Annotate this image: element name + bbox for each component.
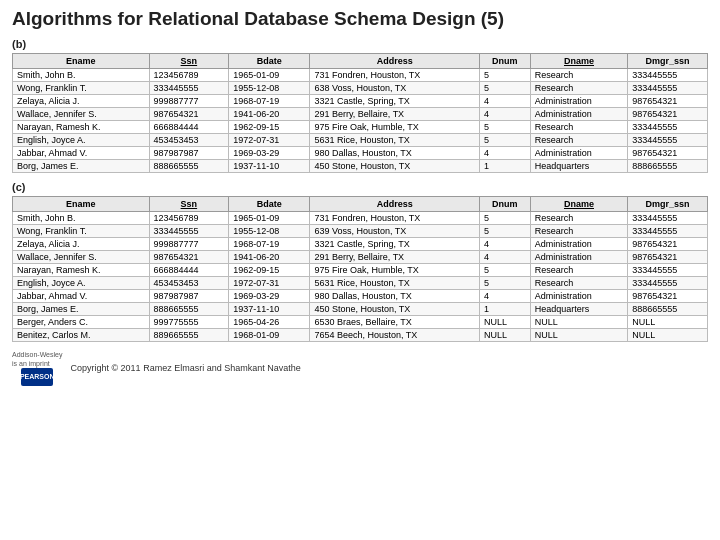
table-cell: Narayan, Ramesh K. [13,264,150,277]
table-cell: 1965-04-26 [229,316,310,329]
table-cell: 999887777 [149,95,229,108]
table-cell: Administration [530,290,627,303]
table-cell: Administration [530,108,627,121]
table-cell: 987654321 [149,251,229,264]
table-cell: 999775555 [149,316,229,329]
column-header: Dmgr_ssn [628,54,708,69]
table-c: EnameSsnBdateAddressDnumDnameDmgr_ssn Sm… [12,196,708,342]
addison-text: Addison-Wesley is an imprint [12,350,62,368]
table-cell: Administration [530,238,627,251]
table-cell: 5 [479,134,530,147]
table-cell: 987654321 [628,290,708,303]
section-c: (c) EnameSsnBdateAddressDnumDnameDmgr_ss… [12,181,708,342]
table-cell: 987654321 [628,251,708,264]
section-b-label: (b) [12,38,708,50]
table-cell: Research [530,225,627,238]
table-cell: NULL [479,316,530,329]
table-cell: NULL [628,316,708,329]
column-header: Dnum [479,54,530,69]
table-cell: 980 Dallas, Houston, TX [310,147,479,160]
table-cell: 666884444 [149,264,229,277]
column-header: Dmgr_ssn [628,197,708,212]
table-row: Berger, Anders C.9997755551965-04-266530… [13,316,708,329]
table-cell: Wallace, Jennifer S. [13,108,150,121]
table-cell: Borg, James E. [13,303,150,316]
table-row: Jabbar, Ahmad V.9879879871969-03-29980 D… [13,147,708,160]
table-cell: 4 [479,251,530,264]
table-cell: English, Joyce A. [13,134,150,147]
table-cell: 333445555 [628,69,708,82]
table-cell: Research [530,69,627,82]
table-cell: 1955-12-08 [229,225,310,238]
table-cell: 4 [479,290,530,303]
table-row: Zelaya, Alicia J.9998877771968-07-193321… [13,95,708,108]
table-cell: 333445555 [628,277,708,290]
table-row: English, Joyce A.4534534531972-07-315631… [13,134,708,147]
table-cell: 975 Fire Oak, Humble, TX [310,121,479,134]
table-cell: English, Joyce A. [13,277,150,290]
table-cell: Research [530,264,627,277]
table-cell: 980 Dallas, Houston, TX [310,290,479,303]
table-cell: 5631 Rice, Houston, TX [310,277,479,290]
column-header: Dname [530,54,627,69]
table-cell: 5 [479,69,530,82]
table-cell: Borg, James E. [13,160,150,173]
table-row: Wong, Franklin T.3334455551955-12-08638 … [13,82,708,95]
table-cell: 1972-07-31 [229,134,310,147]
table-row: Smith, John B.1234567891965-01-09731 Fon… [13,69,708,82]
table-cell: 450 Stone, Houston, TX [310,303,479,316]
table-cell: 666884444 [149,121,229,134]
table-cell: Research [530,212,627,225]
table-cell: Headquarters [530,303,627,316]
table-cell: Wallace, Jennifer S. [13,251,150,264]
table-cell: Wong, Franklin T. [13,225,150,238]
table-cell: 731 Fondren, Houston, TX [310,212,479,225]
table-cell: 123456789 [149,69,229,82]
table-cell: 333445555 [628,212,708,225]
table-cell: Zelaya, Alicia J. [13,238,150,251]
table-cell: 333445555 [628,121,708,134]
table-cell: 987654321 [628,238,708,251]
table-cell: 987654321 [628,108,708,121]
table-cell: 639 Voss, Houston, TX [310,225,479,238]
table-cell: 333445555 [628,225,708,238]
column-header: Address [310,54,479,69]
table-cell: 291 Berry, Bellaire, TX [310,251,479,264]
table-cell: Administration [530,251,627,264]
table-cell: 1955-12-08 [229,82,310,95]
page-title: Algorithms for Relational Database Schem… [12,8,708,30]
table-cell: 1965-01-09 [229,212,310,225]
table-cell: 7654 Beech, Houston, TX [310,329,479,342]
table-cell: 1941-06-20 [229,251,310,264]
column-header: Ename [13,197,150,212]
table-row: Wallace, Jennifer S.9876543211941-06-202… [13,251,708,264]
table-cell: 1969-03-29 [229,147,310,160]
column-header: Dnum [479,197,530,212]
table-cell: Headquarters [530,160,627,173]
copyright-text: Copyright © 2011 Ramez Elmasri and Shamk… [70,363,300,373]
table-cell: 5 [479,82,530,95]
table-cell: 975 Fire Oak, Humble, TX [310,264,479,277]
table-cell: 333445555 [149,82,229,95]
table-cell: 888665555 [149,303,229,316]
table-cell: Administration [530,95,627,108]
table-cell: 4 [479,95,530,108]
table-b: EnameSsnBdateAddressDnumDnameDmgr_ssn Sm… [12,53,708,173]
table-cell: 987654321 [149,108,229,121]
table-cell: Narayan, Ramesh K. [13,121,150,134]
table-row: Wallace, Jennifer S.9876543211941-06-202… [13,108,708,121]
table-cell: 5 [479,121,530,134]
table-cell: 1965-01-09 [229,69,310,82]
table-row: English, Joyce A.4534534531972-07-315631… [13,277,708,290]
table-cell: 5 [479,264,530,277]
table-cell: 4 [479,108,530,121]
table-cell: 333445555 [628,82,708,95]
table-cell: 999887777 [149,238,229,251]
table-cell: 123456789 [149,212,229,225]
table-cell: Smith, John B. [13,212,150,225]
pearson-logo: PEARSON [21,368,53,386]
table-cell: 6530 Braes, Bellaire, TX [310,316,479,329]
table-cell: 453453453 [149,277,229,290]
column-header: Bdate [229,197,310,212]
table-cell: Administration [530,147,627,160]
